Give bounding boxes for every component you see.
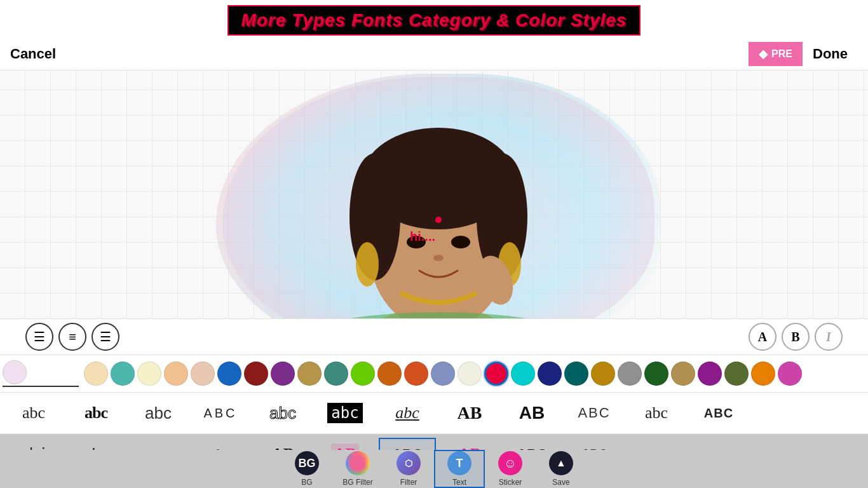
toolbar-bg-label: BG <box>301 478 312 487</box>
font-style-1[interactable]: abc <box>67 396 125 430</box>
sticker-icon: ☺ <box>498 451 522 475</box>
align-center-icon: ≡ <box>69 330 76 344</box>
font-style-2[interactable]: abc <box>130 396 187 430</box>
color-swatch-24[interactable] <box>698 362 722 386</box>
font-style-0[interactable]: abc <box>5 396 62 430</box>
svg-point-11 <box>356 242 379 287</box>
toolbar-bgfilter-label: BG Filter <box>342 478 372 487</box>
toolbar-save[interactable]: ▲ Save <box>536 450 587 488</box>
font-row-1: abcabcabcABCabcabcabcABABABCabcABC <box>0 393 868 434</box>
underline-color-section <box>3 360 79 387</box>
color-swatch-18[interactable] <box>538 362 562 386</box>
svg-point-10 <box>435 217 442 223</box>
color-swatch-25[interactable] <box>724 362 749 386</box>
color-swatch-14[interactable] <box>431 362 455 386</box>
style-group: A B I <box>749 323 843 351</box>
font-style-10[interactable]: abc <box>628 396 685 430</box>
align-group: ☰ ≡ ☰ <box>25 323 119 351</box>
align-left-button[interactable]: ☰ <box>25 323 53 351</box>
toolbar-bgfilter[interactable]: BG Filter <box>332 450 383 488</box>
pre-button[interactable]: ◆ PRE <box>749 42 803 66</box>
color-swatch-10[interactable] <box>324 362 348 386</box>
cancel-button[interactable]: Cancel <box>10 46 56 62</box>
color-swatch-27[interactable] <box>778 362 802 386</box>
color-swatch-21[interactable] <box>618 362 642 386</box>
color-swatch-26[interactable] <box>751 362 775 386</box>
color-swatch-12[interactable] <box>377 362 402 386</box>
color-swatch-17[interactable] <box>511 362 535 386</box>
controls-row: ☰ ≡ ☰ A B I <box>0 318 868 355</box>
font-style-9[interactable]: ABC <box>566 396 623 430</box>
font-style-5[interactable]: abc <box>316 396 374 430</box>
color-swatch-20[interactable] <box>591 362 615 386</box>
color-swatches <box>84 362 802 386</box>
color-swatch-9[interactable] <box>297 362 322 386</box>
style-a-icon: A <box>758 330 767 344</box>
font-row1-container: abcabcabcABCabcabcabcABABABCabcABC <box>5 396 747 430</box>
color-swatch-5[interactable] <box>191 362 215 386</box>
toolbar-bg[interactable]: BG BG <box>281 450 332 488</box>
filter-icon: ⬡ <box>397 451 421 475</box>
toolbar-sticker-label: Sticker <box>499 478 522 487</box>
toolbar-sticker[interactable]: ☺ Sticker <box>485 450 536 488</box>
color-swatch-2[interactable] <box>111 362 135 386</box>
align-right-icon: ☰ <box>100 329 111 344</box>
toolbar-text[interactable]: T Text <box>434 450 485 488</box>
color-swatch-0[interactable] <box>3 360 27 384</box>
align-left-icon: ☰ <box>34 329 45 344</box>
style-i-icon: I <box>826 330 831 344</box>
style-italic-button[interactable]: I <box>815 323 843 351</box>
color-swatch-13[interactable] <box>404 362 428 386</box>
color-swatch-6[interactable] <box>217 362 241 386</box>
color-swatch-8[interactable] <box>271 362 295 386</box>
font-style-11[interactable]: ABC <box>690 396 747 430</box>
color-swatch-11[interactable] <box>351 362 375 386</box>
bottom-toolbar: BG BG BG Filter ⬡ Filter T Text ☺ Sticke… <box>0 450 868 488</box>
underline-indicator <box>3 386 79 387</box>
color-swatch-7[interactable] <box>244 362 268 386</box>
top-banner: More Types Fonts Category & Color Styles <box>0 0 868 38</box>
toolbar-text-label: Text <box>452 478 466 487</box>
diamond-icon: ◆ <box>759 47 768 61</box>
font-style-7[interactable]: AB <box>441 396 498 430</box>
style-normal-button[interactable]: A <box>749 323 776 351</box>
save-icon: ▲ <box>549 451 573 475</box>
font-style-4[interactable]: abc <box>254 396 311 430</box>
svg-point-8 <box>451 236 470 248</box>
color-swatch-1[interactable] <box>84 362 108 386</box>
style-bold-button[interactable]: B <box>782 323 810 351</box>
color-swatch-16[interactable] <box>484 362 508 386</box>
toolbar-save-label: Save <box>552 478 569 487</box>
toolbar-filter[interactable]: ⬡ Filter <box>383 450 434 488</box>
toolbar-filter-label: Filter <box>400 478 417 487</box>
canvas-area: hi.... <box>0 71 868 318</box>
header-bar: Cancel ◆ PRE Done <box>0 38 868 71</box>
color-swatch-4[interactable] <box>164 362 188 386</box>
font-style-3[interactable]: ABC <box>192 396 249 430</box>
color-swatch-22[interactable] <box>644 362 668 386</box>
style-b-icon: B <box>791 330 799 344</box>
svg-point-9 <box>433 255 444 261</box>
colors-row <box>0 355 868 393</box>
header-right: ◆ PRE Done <box>749 41 858 67</box>
banner-title: More Types Fonts Category & Color Styles <box>227 5 641 36</box>
bg-icon: BG <box>295 451 319 475</box>
color-swatch-19[interactable] <box>564 362 588 386</box>
font-style-6[interactable]: abc <box>379 396 436 430</box>
bgfilter-icon <box>346 451 370 475</box>
text-icon: T <box>447 451 471 475</box>
align-right-button[interactable]: ☰ <box>92 323 119 351</box>
color-swatch-15[interactable] <box>458 362 482 386</box>
color-swatch-3[interactable] <box>137 362 161 386</box>
color-swatch-23[interactable] <box>671 362 695 386</box>
align-center-button[interactable]: ≡ <box>58 323 86 351</box>
svg-point-7 <box>407 236 426 248</box>
done-button[interactable]: Done <box>803 41 858 67</box>
font-style-8[interactable]: AB <box>503 396 560 430</box>
